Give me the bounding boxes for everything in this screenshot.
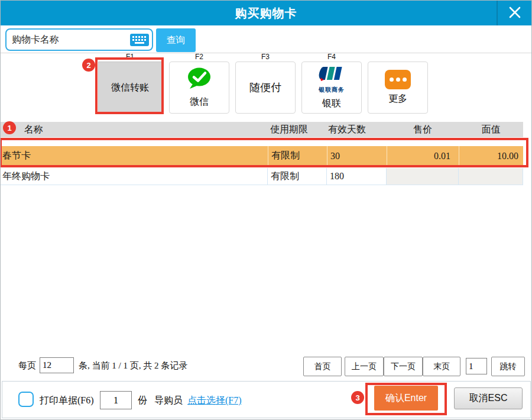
unionpay-icon [316, 66, 348, 85]
cell-price [387, 168, 459, 185]
fkey-label-f2: F2 [169, 53, 229, 60]
pay-method-suibianfu[interactable]: 随便付 [235, 62, 296, 114]
next-page-button[interactable]: 下一页 [384, 357, 423, 376]
dialog-title: 购买购物卡 [1, 1, 531, 25]
step-badge-2: 2 [82, 59, 95, 72]
per-page-label: 每页 [18, 360, 36, 371]
pay-method-unionpay[interactable]: 银联商务 银联 [301, 62, 362, 114]
cell-name: 年终购物卡 [1, 168, 268, 185]
table-header: 名称 使用期限 有效天数 售价 面值 [1, 122, 523, 137]
fkey-label-f3: F3 [235, 53, 296, 60]
more-dots-icon [385, 70, 411, 89]
last-page-button[interactable]: 末页 [423, 357, 460, 376]
fkey-label-f1: F1 [98, 53, 162, 60]
column-header-face: 面值 [459, 122, 523, 137]
goto-page-button[interactable]: 跳转 [491, 357, 525, 376]
column-header-days: 有效天数 [327, 122, 387, 137]
first-page-button[interactable]: 首页 [303, 357, 342, 376]
copies-unit-label: 份 [138, 395, 147, 407]
per-page-input[interactable] [40, 357, 74, 373]
pay-method-more[interactable]: 更多 [368, 62, 428, 114]
cell-period: 有限制 [268, 146, 327, 166]
guide-label: 导购员 [154, 395, 183, 407]
column-header-price: 售价 [387, 122, 459, 137]
cell-days: 180 [327, 168, 387, 185]
confirm-button[interactable]: 确认Enter [374, 386, 438, 411]
cell-face: 10.00 [459, 146, 523, 166]
fkey-label-f4: F4 [301, 53, 362, 60]
column-header-period: 使用期限 [268, 122, 327, 137]
cell-face [459, 168, 523, 185]
cell-days: 30 [327, 146, 387, 166]
step-badge-1: 1 [3, 121, 16, 134]
copies-input[interactable] [100, 391, 132, 409]
close-button[interactable] [498, 1, 531, 25]
titlebar-divider [497, 1, 498, 25]
goto-page-input[interactable] [466, 358, 487, 374]
pagination-summary: 条, 当前 1 / 1 页, 共 2 条记录 [79, 360, 187, 371]
column-header-name: 名称 [1, 122, 268, 137]
cell-period: 有限制 [268, 168, 327, 185]
query-button[interactable]: 查询 [156, 28, 196, 52]
row-gap [1, 140, 523, 146]
print-receipt-label: 打印单据(F6) [40, 395, 94, 407]
close-icon [507, 5, 523, 22]
pay-method-wechat-transfer[interactable]: 微信转账 [98, 62, 162, 114]
table-row-selected[interactable]: 春节卡 有限制 30 0.01 10.00 [1, 146, 523, 166]
cell-name: 春节卡 [1, 146, 268, 166]
select-guide-link[interactable]: 点击选择(F7) [187, 395, 242, 407]
pay-method-wechat[interactable]: 微信 [169, 62, 229, 114]
cancel-button[interactable]: 取消ESC [454, 387, 523, 409]
cell-price: 0.01 [387, 146, 459, 166]
wechat-icon [187, 67, 212, 92]
keyboard-icon[interactable] [130, 34, 149, 46]
table-row[interactable]: 年终购物卡 有限制 180 [1, 168, 523, 185]
print-receipt-checkbox[interactable] [18, 392, 34, 407]
prev-page-button[interactable]: 上一页 [345, 357, 384, 376]
unionpay-logo-text: 银联商务 [319, 86, 345, 94]
buy-shopping-card-dialog: 购买购物卡 查询 F1 F2 F3 F4 微信转账 [0, 0, 532, 420]
step-badge-3: 3 [351, 391, 364, 404]
